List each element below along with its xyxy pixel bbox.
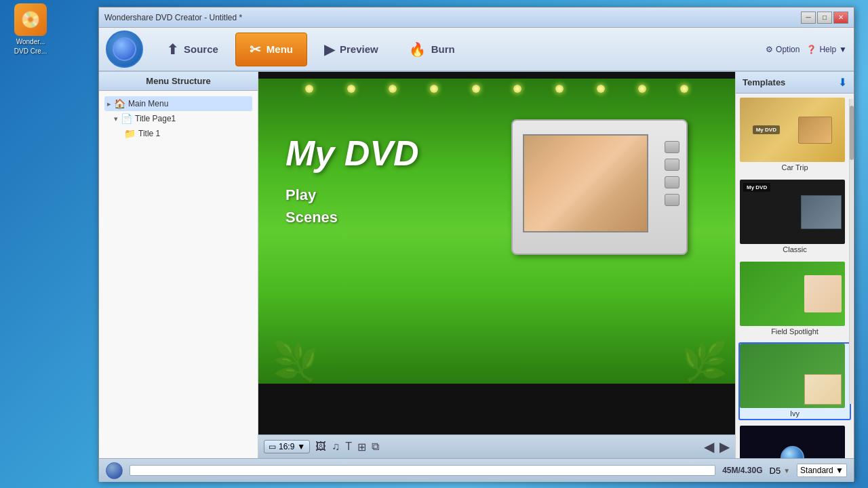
- field-photo: [804, 275, 842, 312]
- template-classic[interactable]: My DVD Classic: [738, 178, 851, 256]
- disc-type-select[interactable]: D5 ▼: [770, 466, 791, 476]
- player-body: [511, 119, 688, 255]
- template-classic-name: Classic: [740, 244, 850, 255]
- preview-tab[interactable]: ▶ Preview: [311, 33, 392, 66]
- dvd-title: My DVD: [285, 133, 418, 174]
- preview-top-bar: [258, 72, 735, 79]
- menu-structure-header: Menu Structure: [99, 72, 258, 91]
- vine-left: 🌿: [272, 340, 319, 384]
- storage-info: 45M/4.30G: [722, 466, 762, 475]
- disc-type-value: D5: [770, 466, 781, 476]
- preview-bottom-bar: [258, 384, 735, 434]
- template-car-trip-thumb: My DVD: [740, 98, 845, 162]
- menu-play: Play: [285, 184, 418, 206]
- prev-arrow[interactable]: ◀: [704, 439, 714, 455]
- tree-item-title-page1[interactable]: ▾ 📄 Title Page1: [111, 111, 252, 126]
- templates-scrollbar-track: [849, 99, 853, 404]
- light-6: [513, 85, 521, 93]
- template-ivy-name: Ivy: [740, 408, 850, 419]
- player-controls: [665, 141, 679, 206]
- title-bar: Wondershare DVD Creator - Untitled * ─ □…: [99, 7, 854, 28]
- music-icon[interactable]: ♫: [332, 441, 340, 453]
- tree-item-main-menu[interactable]: ▸ 🏠 Main Menu: [104, 96, 252, 111]
- option-label: Option: [776, 45, 800, 54]
- restore-button[interactable]: □: [817, 12, 832, 24]
- aspect-ratio-button[interactable]: ▭ 16:9 ▼: [264, 440, 310, 453]
- close-button[interactable]: ✕: [833, 12, 848, 24]
- template-field-name: Field Spotlight: [740, 326, 850, 337]
- tree-area: ▸ 🏠 Main Menu ▾ 📄 Title Page1 📁 Title 1: [99, 91, 258, 458]
- tree-arrow-main: ▸: [107, 100, 111, 108]
- menu-tab[interactable]: ✂ Menu: [235, 33, 307, 66]
- template-dark-thumb: [740, 426, 845, 458]
- title1-label: Title 1: [138, 129, 160, 138]
- player-screen: [523, 134, 648, 232]
- toolbar-right: ⚙ Option ❓ Help ▼: [766, 45, 847, 54]
- burn-icon: 🔥: [409, 41, 426, 58]
- minimize-button[interactable]: ─: [801, 12, 816, 24]
- gear-icon: ⚙: [766, 45, 773, 54]
- logo-button[interactable]: [106, 30, 143, 68]
- help-button[interactable]: ❓ Help ▼: [806, 45, 847, 54]
- aspect-ratio-label: 16:9: [279, 442, 294, 451]
- folder-icon: 📁: [124, 128, 136, 139]
- page-icon: 📄: [121, 113, 132, 124]
- option-button[interactable]: ⚙ Option: [766, 45, 800, 54]
- template-field-thumb: [740, 262, 845, 326]
- window-title: Wondershare DVD Creator - Untitled *: [104, 13, 801, 22]
- disc-select-arrow: ▼: [783, 467, 790, 474]
- templates-header: Templates ⬇: [736, 72, 854, 94]
- status-logo: [106, 462, 123, 479]
- light-4: [430, 85, 438, 93]
- layout-icon[interactable]: ⧉: [372, 441, 379, 453]
- player-screen-content: [524, 136, 647, 231]
- main-area: Menu Structure ▸ 🏠 Main Menu ▾ 📄 Title P…: [99, 72, 854, 458]
- burn-tab[interactable]: 🔥 Burn: [395, 33, 469, 66]
- progress-bar: [130, 465, 715, 476]
- source-tab[interactable]: ⬆ Source: [153, 33, 232, 66]
- classic-photo: [801, 195, 842, 229]
- grid-icon[interactable]: ⊞: [357, 441, 366, 453]
- download-button[interactable]: ⬇: [838, 76, 847, 89]
- light-9: [638, 85, 646, 93]
- templates-title: Templates: [743, 77, 838, 87]
- center-area: My DVD Play Scenes: [258, 72, 735, 458]
- template-field-spotlight[interactable]: Field Spotlight: [738, 260, 851, 338]
- status-bar: 45M/4.30G D5 ▼ Standard ▼: [99, 458, 854, 482]
- desktop-icon-dvd-creator[interactable]: 📀 Wonder... DVD Cre...: [7, 3, 54, 55]
- template-classic-thumb: My DVD: [740, 180, 845, 244]
- stage-lights: [258, 79, 735, 99]
- light-3: [389, 85, 397, 93]
- edit-icon[interactable]: 🖼: [315, 441, 326, 453]
- player-btn-3: [665, 176, 679, 188]
- tree-item-title1[interactable]: 📁 Title 1: [121, 126, 252, 141]
- menu-label: Menu: [267, 43, 293, 55]
- screen-icon: ▭: [269, 442, 276, 451]
- light-8: [597, 85, 605, 93]
- desktop-icon-label2: DVD Cre...: [14, 47, 47, 55]
- template-ivy[interactable]: Ivy: [738, 342, 851, 420]
- quality-select[interactable]: Standard ▼: [797, 464, 847, 477]
- templates-list: My DVD Car Trip My DVD Classic: [736, 94, 854, 458]
- preview-label: Preview: [340, 43, 378, 55]
- car-trip-photo: [798, 117, 832, 144]
- player-btn-4: [665, 194, 679, 206]
- source-icon: ⬆: [167, 41, 178, 58]
- template-dark[interactable]: Dark: [738, 424, 851, 458]
- title-page1-label: Title Page1: [135, 114, 176, 123]
- preview-content: My DVD Play Scenes: [258, 79, 735, 384]
- next-arrow[interactable]: ▶: [719, 439, 730, 455]
- player-btn-2: [665, 159, 679, 171]
- template-car-trip[interactable]: My DVD Car Trip: [738, 96, 851, 174]
- dvd-player-graphic: [511, 119, 701, 268]
- right-panel: Templates ⬇ My DVD Car Trip My DVD: [735, 72, 854, 458]
- text-icon[interactable]: T: [345, 441, 352, 453]
- templates-scrollbar-thumb[interactable]: [850, 106, 854, 160]
- main-menu-label: Main Menu: [128, 99, 168, 108]
- tree-expand-icon: ▾: [114, 115, 118, 123]
- preview-icon: ▶: [324, 41, 334, 58]
- template-car-trip-name: Car Trip: [740, 162, 850, 173]
- tmpl-badge-car: My DVD: [753, 125, 780, 134]
- vine-right: 🌿: [682, 340, 728, 384]
- desktop-icon-label1: Wonder...: [16, 38, 45, 45]
